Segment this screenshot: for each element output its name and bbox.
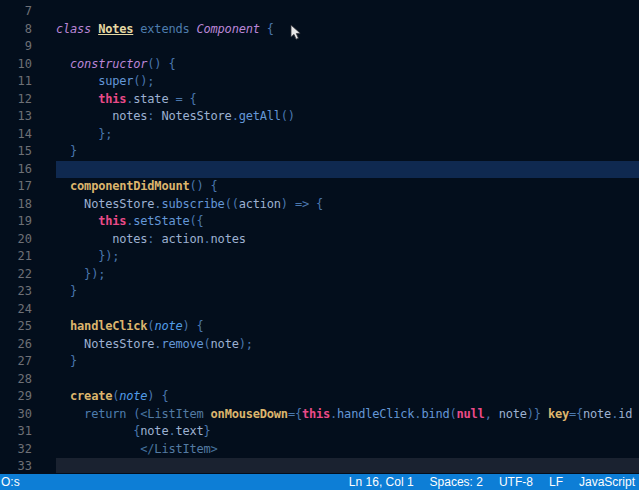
code-line[interactable]: 23 } [0, 283, 639, 301]
code-text: this.setState({ [56, 213, 639, 231]
code-line[interactable]: 27 } [0, 353, 639, 371]
code-line[interactable]: 25 handleClick(note) { [0, 318, 639, 336]
code-line[interactable]: 32 </ListItem> [0, 441, 639, 459]
code-text: super(); [56, 73, 639, 91]
code-editor-window: 78class Notes extends Component {910 con… [0, 0, 639, 490]
line-number[interactable]: 23 [0, 283, 32, 301]
line-number[interactable]: 12 [0, 91, 32, 109]
line-number[interactable]: 21 [0, 248, 32, 266]
code-line[interactable]: 15 } [0, 143, 639, 161]
code-line[interactable]: 10 constructor() { [0, 56, 639, 74]
language-mode-indicator[interactable]: JavaScript [579, 475, 635, 489]
line-number[interactable]: 26 [0, 336, 32, 354]
code-line[interactable]: 14 }; [0, 126, 639, 144]
status-bar: O:s Ln 16, Col 1 Spaces: 2 UTF-8 LF Java… [0, 474, 639, 490]
line-number[interactable]: 27 [0, 353, 32, 371]
line-number[interactable]: 17 [0, 178, 32, 196]
editor-pane[interactable]: 78class Notes extends Component {910 con… [0, 3, 639, 475]
code-line[interactable]: 12 this.state = { [0, 91, 639, 109]
encoding-indicator[interactable]: UTF-8 [499, 475, 533, 489]
line-number[interactable]: 9 [0, 38, 32, 56]
line-number[interactable]: 31 [0, 423, 32, 441]
line-number[interactable]: 24 [0, 301, 32, 319]
code-line[interactable]: 26 NotesStore.remove(note); [0, 336, 639, 354]
code-text: NotesStore.subscribe((action) => { [56, 196, 639, 214]
line-number[interactable]: 14 [0, 126, 32, 144]
code-text: notes: NotesStore.getAll() [56, 108, 639, 126]
code-line[interactable]: 11 super(); [0, 73, 639, 91]
code-text: constructor() { [56, 56, 639, 74]
line-number[interactable]: 19 [0, 213, 32, 231]
code-line[interactable]: 29 create(note) { [0, 388, 639, 406]
code-line[interactable]: 28 [0, 371, 639, 389]
horizontal-scrollbar[interactable] [56, 458, 639, 473]
line-number[interactable]: 15 [0, 143, 32, 161]
mouse-cursor-icon [290, 24, 302, 41]
indentation-indicator[interactable]: Spaces: 2 [430, 475, 483, 489]
code-text: class Notes extends Component { [56, 21, 639, 39]
line-number[interactable]: 8 [0, 21, 32, 39]
code-text: this.state = { [56, 91, 639, 109]
code-line[interactable]: 22 }); [0, 266, 639, 284]
line-number[interactable]: 11 [0, 73, 32, 91]
code-text: return (<ListItem onMouseDown={this.hand… [56, 406, 639, 424]
code-text: }; [56, 126, 639, 144]
status-left-label[interactable]: O:s [1, 475, 20, 489]
code-text: create(note) { [56, 388, 639, 406]
code-text: } [56, 283, 639, 301]
code-text: handleClick(note) { [56, 318, 639, 336]
line-number[interactable]: 7 [0, 3, 32, 21]
line-number[interactable]: 28 [0, 371, 32, 389]
code-text: componentDidMount() { [56, 178, 639, 196]
code-text: notes: action.notes [56, 231, 639, 249]
cursor-position-indicator[interactable]: Ln 16, Col 1 [349, 475, 414, 489]
line-number[interactable]: 29 [0, 388, 32, 406]
line-number[interactable]: 13 [0, 108, 32, 126]
code-text: } [56, 143, 639, 161]
current-line-highlight [56, 161, 639, 179]
code-line[interactable]: 20 notes: action.notes [0, 231, 639, 249]
line-number[interactable]: 22 [0, 266, 32, 284]
code-text: {note.text} [56, 423, 639, 441]
line-number[interactable]: 30 [0, 406, 32, 424]
line-number[interactable]: 16 [0, 161, 32, 179]
line-number[interactable]: 20 [0, 231, 32, 249]
status-right-group: Ln 16, Col 1 Spaces: 2 UTF-8 LF JavaScri… [349, 475, 635, 489]
code-line[interactable]: 30 return (<ListItem onMouseDown={this.h… [0, 406, 639, 424]
code-text: }); [56, 266, 639, 284]
code-line[interactable]: 9 [0, 38, 639, 56]
code-line[interactable]: 19 this.setState({ [0, 213, 639, 231]
code-line[interactable]: 16 [0, 161, 639, 179]
code-line[interactable]: 31 {note.text} [0, 423, 639, 441]
line-number[interactable]: 33 [0, 458, 32, 475]
code-text: </ListItem> [56, 441, 639, 459]
line-number[interactable]: 25 [0, 318, 32, 336]
code-text: }); [56, 248, 639, 266]
code-line[interactable]: 24 [0, 301, 639, 319]
line-number[interactable]: 32 [0, 441, 32, 459]
code-line[interactable]: 18 NotesStore.subscribe((action) => { [0, 196, 639, 214]
line-number[interactable]: 18 [0, 196, 32, 214]
code-line[interactable]: 8class Notes extends Component { [0, 21, 639, 39]
code-text: NotesStore.remove(note); [56, 336, 639, 354]
code-line[interactable]: 21 }); [0, 248, 639, 266]
line-number[interactable]: 10 [0, 56, 32, 74]
code-line[interactable]: 7 [0, 3, 639, 21]
code-text: } [56, 353, 639, 371]
eol-indicator[interactable]: LF [549, 475, 563, 489]
code-line[interactable]: 17 componentDidMount() { [0, 178, 639, 196]
code-line[interactable]: 13 notes: NotesStore.getAll() [0, 108, 639, 126]
